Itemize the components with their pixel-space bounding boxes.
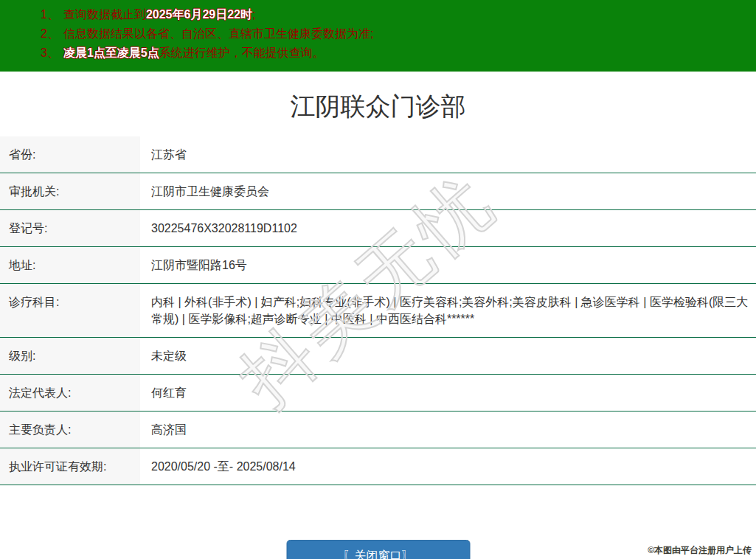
page-title: 江阴联众门诊部: [0, 91, 756, 122]
notice-highlight-text: 2025年6月29日22时: [146, 8, 252, 21]
notice-line-number: 1、: [41, 8, 59, 21]
row-value: 2020/05/20 -至- 2025/08/14: [140, 448, 756, 485]
row-value: 30225476X32028119D1102: [140, 210, 756, 247]
row-value: 江苏省: [140, 136, 756, 173]
row-label: 省份:: [0, 136, 140, 173]
table-row: 审批机关: 江阴市卫生健康委员会: [0, 173, 756, 210]
notice-line-number: 2、: [41, 27, 59, 40]
row-value: 未定级: [140, 338, 756, 375]
row-label: 法定代表人:: [0, 375, 140, 412]
notice-line: 2、信息数据结果以各省、自治区、直辖市卫生健康委数据为准;: [41, 24, 749, 44]
row-value: 江阴市卫生健康委员会: [140, 173, 756, 210]
row-value: 江阴市暨阳路16号: [140, 247, 756, 284]
table-row: 诊疗科目: 内科 | 外科(非手术) | 妇产科;妇科专业(非手术) | 医疗美…: [0, 284, 756, 338]
row-value: 高济国: [140, 412, 756, 448]
table-row: 地址: 江阴市暨阳路16号: [0, 247, 756, 284]
notice-text: 系统进行维护，不能提供查询。: [159, 46, 325, 59]
notice-line-number: 3、: [41, 46, 59, 59]
table-row: 省份: 江苏省: [0, 136, 756, 173]
row-label: 审批机关:: [0, 173, 140, 210]
row-label: 地址:: [0, 247, 140, 284]
row-label: 诊疗科目:: [0, 284, 140, 338]
table-row: 法定代表人: 何红育: [0, 375, 756, 412]
row-value: 何红育: [140, 375, 756, 412]
uploader-watermark: ©本图由平台注册用户上传: [648, 544, 752, 557]
notice-highlight-text: 凌晨1点至凌晨5点: [63, 46, 159, 59]
row-label: 级别:: [0, 338, 140, 375]
notice-text: 查询数据截止到: [63, 8, 146, 21]
table-row: 执业许可证有效期: 2020/05/20 -至- 2025/08/14: [0, 448, 756, 485]
table-row: 级别: 未定级: [0, 338, 756, 375]
row-label: 执业许可证有效期:: [0, 448, 140, 485]
close-window-button[interactable]: 〖关闭窗口〗: [286, 540, 470, 559]
row-value: 内科 | 外科(非手术) | 妇产科;妇科专业(非手术) | 医疗美容科;美容外…: [140, 284, 756, 338]
row-label: 主要负责人:: [0, 412, 140, 448]
table-row: 登记号: 30225476X32028119D1102: [0, 210, 756, 247]
row-label: 登记号:: [0, 210, 140, 247]
notice-text: ;: [252, 8, 255, 21]
notice-line: 3、凌晨1点至凌晨5点系统进行维护，不能提供查询。: [41, 44, 749, 63]
notice-text: 信息数据结果以各省、自治区、直辖市卫生健康委数据为准;: [63, 27, 373, 40]
notice-banner: 1、查询数据截止到2025年6月29日22时; 2、信息数据结果以各省、自治区、…: [0, 0, 756, 72]
table-row: 主要负责人: 高济国: [0, 412, 756, 448]
info-table: 省份: 江苏省 审批机关: 江阴市卫生健康委员会 登记号: 30225476X3…: [0, 136, 756, 485]
notice-line: 1、查询数据截止到2025年6月29日22时;: [41, 5, 749, 24]
